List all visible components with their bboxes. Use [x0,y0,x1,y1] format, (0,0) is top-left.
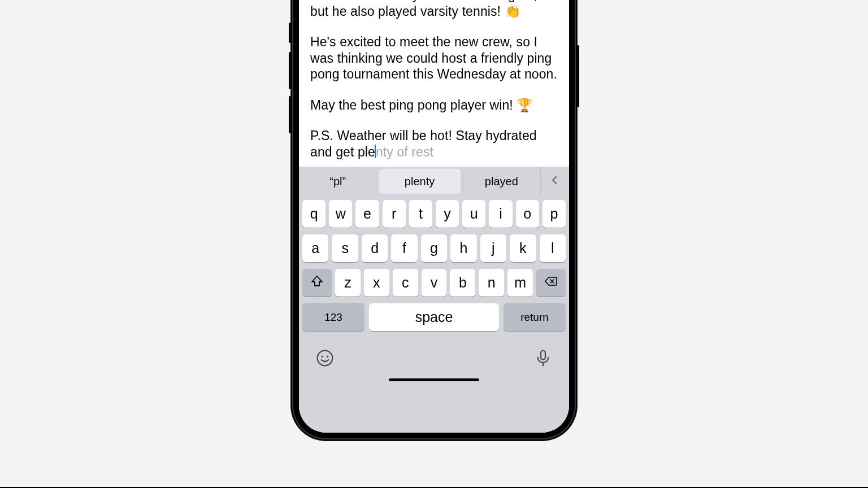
key-y[interactable]: y [436,200,459,228]
key-row-3: z x c v b n m [302,269,566,297]
suggestion-primary[interactable]: plenty [379,169,460,194]
emoji-button[interactable] [316,349,334,369]
suggestion-collapse[interactable] [540,167,569,195]
key-l[interactable]: l [540,234,566,262]
chevron-left-icon [550,173,560,190]
svg-point-3 [322,356,323,358]
svg-point-2 [318,351,333,366]
key-t[interactable]: t [409,200,432,228]
key-r[interactable]: r [383,200,406,228]
stage: I'm excited to welcome our new Design Te… [0,0,868,488]
paragraph-composing: P.S. Weather will be hot! Stay hydrated … [310,128,558,160]
paragraph: Herland is not only a talented designer,… [310,0,558,19]
suggestion-alt[interactable]: played [463,167,540,195]
key-z[interactable]: z [335,269,361,297]
key-a[interactable]: a [302,234,328,262]
side-button-vol-up [289,52,291,89]
side-button-vol-dn [289,96,291,133]
key-shift[interactable] [302,269,332,297]
key-w[interactable]: w [329,200,352,228]
text-editor[interactable]: I'm excited to welcome our new Design Te… [299,0,569,164]
key-n[interactable]: n [479,269,504,297]
side-button-silent [289,23,291,43]
paragraph: He's excited to meet the new crew, so I … [310,34,558,82]
key-k[interactable]: k [510,234,536,262]
key-g[interactable]: g [421,234,447,262]
keyboard: “pl” plenty played q w e r [299,167,569,433]
key-row-2: a s d f g h j k l [302,234,566,262]
key-i[interactable]: i [489,200,512,228]
key-o[interactable]: o [516,200,539,228]
emoji-icon [316,359,334,369]
screen: I'm excited to welcome our new Design Te… [299,0,569,433]
key-j[interactable]: j [480,234,506,262]
key-m[interactable]: m [507,269,533,297]
suggestion-as-typed[interactable]: “pl” [299,167,376,195]
key-x[interactable]: x [364,269,389,297]
dictation-button[interactable] [534,349,552,369]
paragraph: May the best ping pong player win! 🏆 [310,97,558,114]
key-e[interactable]: e [355,200,379,228]
key-c[interactable]: c [393,269,418,297]
key-p[interactable]: p [542,200,566,228]
key-row-1: q w e r t y u i o p [302,200,566,228]
svg-point-4 [327,356,328,358]
key-space[interactable]: space [369,303,499,331]
home-indicator[interactable] [299,377,569,392]
shift-icon [310,274,324,291]
suggestion-bar: “pl” plenty played [299,167,569,195]
backspace-icon [544,274,558,291]
key-q[interactable]: q [302,200,326,228]
keyboard-dock [299,340,569,377]
side-button-power [577,45,579,107]
key-h[interactable]: h [450,234,476,262]
svg-rect-5 [541,351,545,360]
phone-frame: I'm excited to welcome our new Design Te… [291,0,577,441]
key-f[interactable]: f [391,234,417,262]
key-v[interactable]: v [422,269,447,297]
key-d[interactable]: d [362,234,388,262]
key-u[interactable]: u [462,200,485,228]
key-b[interactable]: b [450,269,475,297]
key-backspace[interactable] [536,269,566,297]
key-return[interactable]: return [504,303,566,331]
key-rows: q w e r t y u i o p a s d [299,195,569,340]
key-numbers[interactable]: 123 [302,303,364,331]
microphone-icon [534,359,552,369]
key-s[interactable]: s [332,234,358,262]
home-bar [389,378,479,381]
inline-prediction: nty of rest [376,145,433,159]
key-row-4: 123 space return [302,303,566,331]
